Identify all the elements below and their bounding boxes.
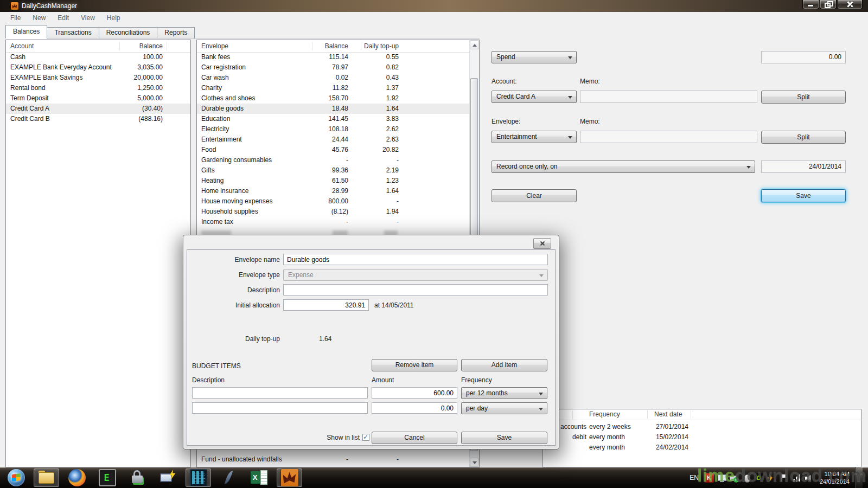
menu-item-edit[interactable]: Edit [52,12,75,24]
accounts-header[interactable]: Account Balance [6,40,190,53]
column-header-next-date[interactable]: Next date [654,409,682,420]
table-row[interactable]: Household supplies(8.12)1.94 [197,207,470,217]
table-row[interactable]: Charity11.821.37 [197,83,470,93]
daily-cash-manager-taskbar-button[interactable] [277,468,302,487]
table-row[interactable]: Food45.7620.82 [197,145,470,155]
save-button[interactable]: Save [761,189,846,202]
language-indicator[interactable]: EN [690,474,699,481]
add-item-button[interactable]: Add item [461,359,547,371]
envelope-name-input[interactable] [283,254,548,265]
envelope-select[interactable]: Entertainment [492,131,577,143]
envelopes-header[interactable]: Envelope Balance Daily top-up [197,40,470,53]
restore-button[interactable] [820,0,837,9]
network-tray-icon[interactable] [792,473,801,483]
table-row[interactable]: Heating61.501.23 [197,176,470,186]
table-row[interactable]: House moving expenses800.00- [197,196,470,207]
security-lock-taskbar-button[interactable] [125,468,150,487]
show-in-list-checkbox[interactable] [362,434,369,441]
scroll-up-icon[interactable] [470,40,478,49]
tab-reconciliations[interactable]: Reconciliations [99,27,158,38]
budget-description-input[interactable] [192,402,368,414]
table-row[interactable]: Durable goods18.481.64 [197,104,470,114]
cancel-button[interactable]: Cancel [372,432,457,444]
clock[interactable]: 10:04 AM 24/01/2014 [820,470,850,485]
minimize-button[interactable] [802,0,819,9]
scroll-down-icon[interactable] [470,458,478,467]
amount-field[interactable]: 0.00 [761,51,846,63]
description-input[interactable] [283,284,548,296]
column-header-balance[interactable]: Balance [278,40,348,52]
table-row[interactable]: accountsevery 2 weeks27/01/2014 [543,422,861,432]
flag-tray-icon[interactable] [780,473,789,483]
explorer-taskbar-button[interactable] [34,468,59,487]
table-row[interactable]: Education141.453.83 [197,114,470,124]
tab-balances[interactable]: Balances [5,25,47,38]
tab-transactions[interactable]: Transactions [47,27,99,38]
table-row[interactable]: Electricity108.182.62 [197,124,470,134]
budget-amount-input[interactable] [372,387,457,399]
remove-item-button[interactable]: Remove item [372,359,457,371]
tab-reports[interactable]: Reports [157,27,195,38]
menu-item-new[interactable]: New [27,12,52,24]
envelope-memo-input[interactable] [580,131,757,143]
clear-button[interactable]: Clear [492,189,577,202]
account-split-button[interactable]: Split [761,91,846,104]
display-tray-icon[interactable] [717,473,726,483]
budget-amount-input[interactable] [372,402,457,414]
volume-tray-icon[interactable] [805,473,814,483]
server-rack-taskbar-button[interactable] [186,468,211,487]
budget-description-input[interactable] [192,387,368,399]
table-row[interactable]: Credit Card A(30.40) [6,104,190,114]
table-row[interactable]: Car registration78.970.82 [197,62,470,73]
start-taskbar-button[interactable] [3,468,29,487]
table-row[interactable]: Income tax-- [197,217,470,227]
column-header-account[interactable]: Account [10,40,34,52]
table-row[interactable]: Rental bond1,250.00 [6,83,190,93]
column-header-frequency[interactable]: Frequency [589,409,620,420]
budget-frequency-select[interactable]: per day [461,402,547,414]
firefox-taskbar-button[interactable] [64,468,90,487]
table-row[interactable]: Clothes and shoes158.701.92 [197,93,470,104]
initial-allocation-input[interactable] [283,299,369,311]
envelope-split-button[interactable]: Split [761,131,846,144]
terminal-taskbar-button[interactable] [94,468,120,487]
mouse-tray-icon[interactable] [742,473,751,483]
table-row[interactable]: Term Deposit5,000.00 [6,93,190,104]
account-memo-input[interactable] [580,91,757,103]
close-button[interactable] [837,0,863,9]
envelope-footer-row[interactable]: Fund - unallocated windfalls - - [197,454,470,465]
menu-item-file[interactable]: File [4,12,27,24]
budget-frequency-select[interactable]: per 12 months [461,387,547,399]
table-row[interactable]: debitevery month15/02/2014 [543,432,861,442]
table-row[interactable]: Gardening consumables-- [197,155,470,165]
table-row[interactable]: Credit Card B(488.16) [6,114,190,124]
schedule-select[interactable]: Record once only, on [492,160,755,173]
antivirus-tray-icon[interactable] [705,473,714,483]
airplane-tray-icon[interactable] [767,473,776,483]
feather-pen-taskbar-button[interactable] [216,468,241,487]
remote-computer-taskbar-button[interactable] [155,468,181,487]
menu-item-help[interactable]: Help [101,12,126,24]
table-row[interactable]: every month24/02/2014 [543,442,861,453]
menu-item-view[interactable]: View [75,12,101,24]
table-row[interactable]: Bank fees115.140.55 [197,52,470,62]
table-row[interactable]: Gifts99.362.19 [197,165,470,176]
column-header-balance[interactable]: Balance [93,40,163,52]
transaction-type-select[interactable]: Spend [492,51,577,63]
date-field[interactable]: 24/01/2014 [761,160,846,173]
table-row[interactable]: EXAMPLE Bank Savings20,000.00 [6,73,190,83]
show-desktop-button[interactable] [855,467,863,488]
table-row[interactable]: Cash100.00 [6,52,190,62]
account-select[interactable]: Credit Card A [492,91,577,103]
table-row[interactable]: Home insurance28.991.64 [197,186,470,196]
column-header-envelope[interactable]: Envelope [201,40,228,52]
excel-taskbar-button[interactable] [246,468,272,487]
dialog-close-button[interactable] [533,238,551,249]
scheduled-header[interactable]: Frequency Next date [543,409,861,420]
table-row[interactable]: Car wash0.020.43 [197,73,470,83]
dialog-save-button[interactable]: Save [461,432,547,444]
table-row[interactable]: Entertainment24.442.63 [197,134,470,145]
table-row[interactable]: EXAMPLE Bank Everyday Account3,035.00 [6,62,190,73]
safely-remove-tray-icon[interactable] [730,473,739,483]
nvidia-tray-icon[interactable] [755,473,764,483]
